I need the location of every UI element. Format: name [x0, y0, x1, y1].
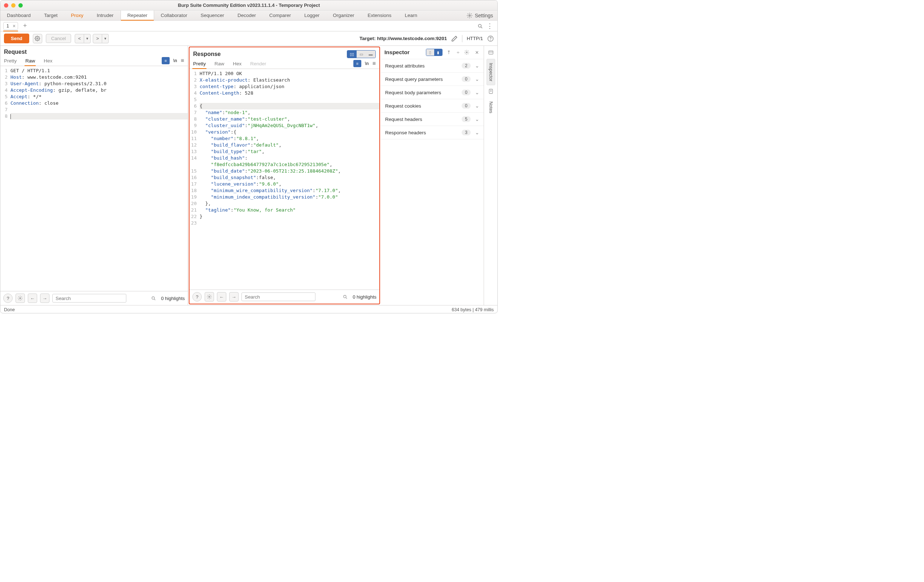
- nav-back-icon[interactable]: ←: [28, 294, 37, 303]
- settings-button[interactable]: Settings: [462, 10, 497, 20]
- view-tab-hex[interactable]: Hex: [44, 57, 52, 66]
- inspector-row-request-attributes[interactable]: Request attributes2⌄: [381, 59, 483, 73]
- gear-icon[interactable]: [15, 294, 25, 303]
- repeater-subtabs: 1 × + ⋮: [0, 21, 497, 31]
- view-tab-pretty[interactable]: Pretty: [193, 60, 206, 69]
- toptab-target[interactable]: Target: [38, 10, 64, 20]
- inspector-row-request-headers[interactable]: Request headers5⌄: [381, 112, 483, 126]
- search-icon[interactable]: [477, 23, 483, 29]
- inspector-layout-toggle[interactable]: ▯ ▮: [426, 49, 442, 56]
- history-back-button[interactable]: <: [75, 34, 84, 43]
- titlebar: Burp Suite Community Edition v2023.11.1.…: [0, 0, 497, 10]
- help-icon[interactable]: ?: [3, 294, 13, 303]
- toptab-decoder[interactable]: Decoder: [231, 10, 263, 20]
- response-view-tabs: PrettyRawHexRender ≡ \n ≡: [190, 60, 380, 69]
- send-button[interactable]: Send: [4, 33, 29, 43]
- layout-toggle[interactable]: ▯▯ ▭ ▬: [347, 50, 376, 58]
- toptab-learn[interactable]: Learn: [398, 10, 424, 20]
- request-title: Request: [4, 49, 27, 55]
- history-back-menu[interactable]: ▼: [84, 34, 91, 43]
- rail-tab-notes[interactable]: Notes: [487, 98, 495, 117]
- toptab-collaborator[interactable]: Collaborator: [154, 10, 194, 20]
- kebab-menu-icon[interactable]: ⋮: [487, 22, 493, 30]
- target-label: Target: http://www.testcode.com:9201: [360, 36, 447, 41]
- history-forward-button[interactable]: >: [93, 34, 102, 43]
- request-view-tabs: PrettyRawHex ≡ \n ≡: [0, 57, 188, 66]
- close-icon[interactable]: ✕: [474, 50, 480, 55]
- search-icon[interactable]: [343, 294, 348, 299]
- history-forward-menu[interactable]: ▼: [102, 34, 109, 43]
- newline-toggle[interactable]: \n: [173, 58, 177, 63]
- settings-gear-button[interactable]: [33, 34, 42, 43]
- toptab-extensions[interactable]: Extensions: [361, 10, 398, 20]
- actions-chip-icon[interactable]: ≡: [353, 60, 361, 67]
- newline-toggle[interactable]: \n: [365, 61, 369, 66]
- view-tab-render[interactable]: Render: [250, 60, 266, 69]
- toptab-comparer[interactable]: Comparer: [263, 10, 298, 20]
- toptab-dashboard[interactable]: Dashboard: [0, 10, 38, 20]
- view-tab-raw[interactable]: Raw: [214, 60, 224, 69]
- layout-combined-icon[interactable]: ▬: [366, 51, 375, 58]
- expand-up-icon[interactable]: ⤒: [446, 50, 452, 55]
- repeater-toolbar: Send Cancel < ▼ > ▼ Target: http://www.t…: [0, 31, 497, 46]
- toptab-logger[interactable]: Logger: [298, 10, 326, 20]
- search-icon[interactable]: [151, 296, 156, 301]
- inspector-layout-wide-icon[interactable]: ▮: [434, 49, 442, 56]
- help-icon[interactable]: ?: [192, 292, 202, 301]
- gear-icon[interactable]: [464, 50, 471, 55]
- svg-point-5: [490, 40, 491, 40]
- toptab-repeater[interactable]: Repeater: [120, 10, 155, 20]
- response-search-input[interactable]: [241, 293, 315, 301]
- response-editor[interactable]: 1HTTP/1.1 200 OK2X-elastic-product: Elas…: [190, 69, 380, 289]
- nav-back-icon[interactable]: ←: [217, 292, 226, 301]
- request-highlights-count: 0 highlights: [161, 296, 185, 301]
- svg-point-10: [343, 295, 346, 298]
- notes-rail-icon[interactable]: [487, 88, 495, 95]
- actions-chip-icon[interactable]: ≡: [162, 57, 170, 64]
- toptab-sequencer[interactable]: Sequencer: [194, 10, 231, 20]
- toptab-intruder[interactable]: Intruder: [90, 10, 120, 20]
- maximize-window-icon[interactable]: [18, 3, 23, 8]
- inspector-row-response-headers[interactable]: Response headers3⌄: [381, 126, 483, 139]
- view-tab-pretty[interactable]: Pretty: [4, 57, 16, 66]
- toptab-proxy[interactable]: Proxy: [64, 10, 91, 20]
- close-tab-icon[interactable]: ×: [12, 23, 18, 28]
- inspector-row-request-body-parameters[interactable]: Request body parameters0⌄: [381, 86, 483, 99]
- inspector-rail-icon[interactable]: [487, 49, 495, 57]
- nav-forward-icon[interactable]: →: [229, 292, 239, 301]
- layout-columns-icon[interactable]: ▯▯: [347, 51, 356, 58]
- hamburger-icon[interactable]: ≡: [373, 60, 376, 67]
- http-version-label[interactable]: HTTP/1: [467, 36, 483, 41]
- nav-forward-icon[interactable]: →: [40, 294, 50, 303]
- chevron-down-icon: ⌄: [475, 63, 479, 69]
- inspector-row-request-query-parameters[interactable]: Request query parameters0⌄: [381, 73, 483, 86]
- inspector-layout-narrow-icon[interactable]: ▯: [426, 49, 434, 56]
- svg-line-2: [481, 27, 482, 28]
- cancel-button[interactable]: Cancel: [46, 34, 71, 43]
- gear-icon[interactable]: [205, 292, 214, 301]
- status-right: 634 bytes | 479 millis: [452, 307, 494, 312]
- inspector-row-request-cookies[interactable]: Request cookies0⌄: [381, 99, 483, 112]
- view-tab-raw[interactable]: Raw: [25, 57, 35, 66]
- toptab-organizer[interactable]: Organizer: [326, 10, 361, 20]
- close-window-icon[interactable]: [4, 3, 8, 8]
- minimize-window-icon[interactable]: [11, 3, 15, 8]
- add-tab-button[interactable]: +: [21, 22, 29, 30]
- collapse-icon[interactable]: ÷: [455, 50, 461, 55]
- request-search-input[interactable]: [52, 294, 126, 303]
- layout-rows-icon[interactable]: ▭: [356, 51, 366, 58]
- repeater-tab-1[interactable]: 1 ×: [3, 22, 18, 30]
- edit-target-icon[interactable]: [451, 35, 458, 42]
- main-area: Request PrettyRawHex ≡ \n ≡ 1GET / HTTP/…: [0, 46, 497, 305]
- chevron-down-icon: ⌄: [475, 76, 479, 82]
- request-editor[interactable]: 1GET / HTTP/1.12Host: www.testcode.com:9…: [0, 66, 188, 291]
- status-bar: Done 634 bytes | 479 millis: [0, 305, 497, 313]
- chevron-down-icon: ⌄: [475, 89, 479, 95]
- svg-line-8: [155, 299, 155, 300]
- hamburger-icon[interactable]: ≡: [181, 58, 184, 64]
- view-tab-hex[interactable]: Hex: [233, 60, 241, 69]
- chevron-down-icon: ⌄: [475, 116, 479, 122]
- help-icon[interactable]: [487, 35, 494, 42]
- svg-rect-13: [489, 51, 493, 54]
- rail-tab-inspector[interactable]: Inspector: [487, 59, 495, 85]
